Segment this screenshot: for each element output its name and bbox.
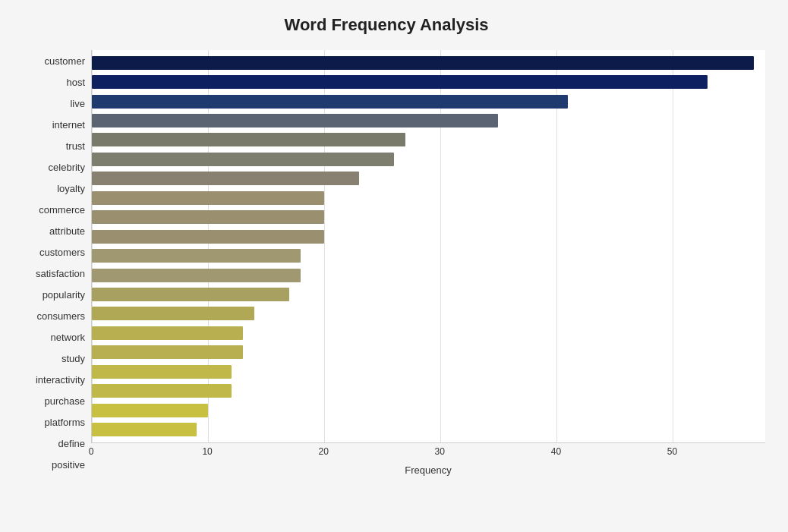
y-label: host <box>66 73 85 91</box>
bar-row <box>92 421 765 438</box>
y-label: live <box>70 94 85 112</box>
chart-area: customerhostliveinternettrustcelebritylo… <box>8 50 765 476</box>
bar <box>92 404 208 417</box>
chart-container: Word Frequency Analysis customerhostlive… <box>0 0 788 532</box>
bar <box>92 230 324 244</box>
bar <box>92 172 359 185</box>
y-label: positive <box>52 456 85 474</box>
y-axis: customerhostliveinternettrustcelebritylo… <box>8 50 91 476</box>
bar <box>92 153 394 166</box>
bar <box>92 365 232 379</box>
bar <box>92 384 232 398</box>
y-label: define <box>58 435 85 453</box>
bar-row <box>92 364 765 380</box>
x-axis-label: Frequency <box>91 464 765 476</box>
bar-row <box>92 93 765 110</box>
bar-row <box>92 382 765 399</box>
x-tick: 30 <box>435 446 445 457</box>
bar-row <box>92 131 765 148</box>
y-label: network <box>50 329 85 347</box>
y-label: interactivity <box>36 371 85 389</box>
y-label: purchase <box>45 392 85 411</box>
bar <box>92 288 289 301</box>
x-tick: 10 <box>202 446 212 457</box>
x-axis: 01020304050 Frequency <box>91 446 765 476</box>
bar <box>92 56 754 70</box>
bars-inner <box>92 50 765 442</box>
y-label: loyalty <box>57 179 85 197</box>
y-label: consumers <box>36 307 85 326</box>
bar-row <box>92 151 765 168</box>
x-tick: 40 <box>551 446 561 457</box>
bar <box>92 269 301 282</box>
bar <box>92 133 405 146</box>
bar <box>92 326 243 340</box>
bar <box>92 423 197 436</box>
y-label: commerce <box>39 200 85 219</box>
y-label: satisfaction <box>36 264 85 282</box>
x-tick: 50 <box>667 446 677 457</box>
y-label: study <box>61 350 85 368</box>
bar-row <box>92 286 765 303</box>
x-tick: 0 <box>89 446 94 457</box>
y-label: platforms <box>45 414 85 432</box>
bar-row <box>92 74 765 90</box>
x-ticks: 01020304050 <box>91 446 765 461</box>
bar <box>92 307 254 320</box>
x-tick: 20 <box>319 446 329 457</box>
bar <box>92 249 301 263</box>
y-label: customers <box>39 243 85 261</box>
bar-row <box>92 112 765 129</box>
bar <box>92 95 568 109</box>
bar <box>92 114 498 127</box>
y-label: popularity <box>43 286 85 304</box>
bar-row <box>92 228 765 245</box>
bar-row <box>92 267 765 284</box>
y-label: internet <box>52 115 85 134</box>
bar-row <box>92 170 765 187</box>
bar-row <box>92 55 765 71</box>
y-label: trust <box>66 137 85 155</box>
bar-row <box>92 190 765 206</box>
bar-row <box>92 344 765 360</box>
bars-area <box>91 50 765 443</box>
bar <box>92 345 243 359</box>
bar-row <box>92 325 765 342</box>
y-label: customer <box>45 52 85 70</box>
bar <box>92 191 324 205</box>
bar-row <box>92 402 765 419</box>
y-label: celebrity <box>49 158 85 176</box>
bar-row <box>92 305 765 322</box>
y-label: attribute <box>49 222 85 240</box>
bars-and-x: 01020304050 Frequency <box>91 50 765 476</box>
bar <box>92 210 324 224</box>
chart-title: Word Frequency Analysis <box>8 15 765 35</box>
bar <box>92 75 708 89</box>
bar-row <box>92 209 765 225</box>
bar-row <box>92 247 765 264</box>
